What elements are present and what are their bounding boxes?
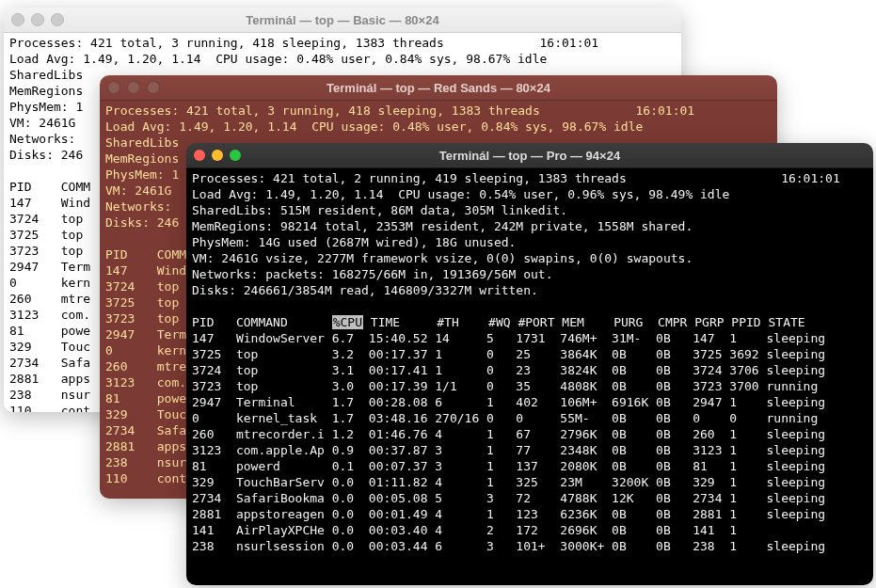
traffic-lights — [107, 81, 160, 94]
minimize-icon[interactable] — [127, 81, 140, 94]
sort-column-highlight: %CPU — [332, 315, 363, 329]
titlebar[interactable]: Terminál — top — Red Sands — 80×24 — [100, 75, 777, 101]
terminal-window-pro[interactable]: Terminál — top — Pro — 94×24 Processes: … — [186, 143, 873, 585]
maximize-icon[interactable] — [51, 13, 64, 26]
traffic-lights — [11, 13, 64, 26]
titlebar[interactable]: Terminál — top — Pro — 94×24 — [186, 143, 873, 168]
window-title: Terminál — top — Red Sands — 80×24 — [100, 81, 777, 95]
close-icon[interactable] — [107, 81, 120, 94]
maximize-icon[interactable] — [230, 150, 241, 161]
titlebar[interactable]: Terminál — top — Basic — 80×24 — [4, 8, 681, 33]
window-title: Terminál — top — Pro — 94×24 — [186, 149, 873, 163]
maximize-icon[interactable] — [147, 81, 160, 94]
window-title: Terminál — top — Basic — 80×24 — [4, 13, 681, 27]
close-icon[interactable] — [194, 150, 205, 161]
minimize-icon[interactable] — [212, 150, 223, 161]
minimize-icon[interactable] — [31, 13, 44, 26]
close-icon[interactable] — [11, 13, 24, 26]
terminal-content[interactable]: Processes: 421 total, 2 running, 419 sle… — [186, 168, 873, 585]
traffic-lights — [194, 150, 241, 161]
